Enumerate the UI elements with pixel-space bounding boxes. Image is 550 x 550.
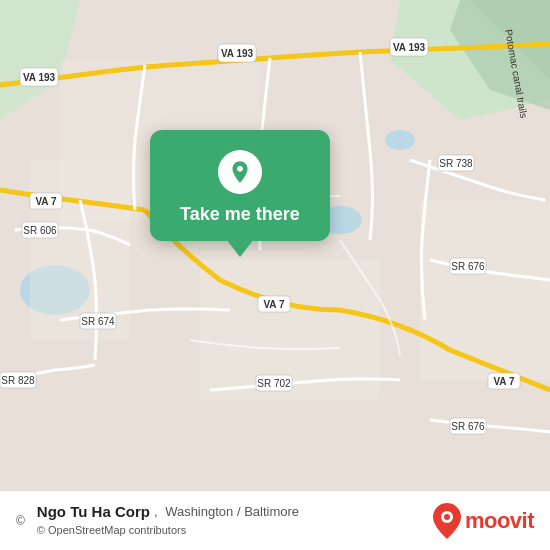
moovit-text: moovit <box>465 508 534 534</box>
location-city-name: Washington / Baltimore <box>165 504 299 519</box>
svg-text:VA 7: VA 7 <box>263 299 285 310</box>
svg-point-39 <box>237 166 242 171</box>
svg-text:SR 702: SR 702 <box>257 378 291 389</box>
svg-text:SR 606: SR 606 <box>23 225 57 236</box>
svg-text:VA 193: VA 193 <box>393 42 426 53</box>
svg-rect-11 <box>420 200 550 380</box>
svg-text:SR 674: SR 674 <box>81 316 115 327</box>
svg-text:SR 738: SR 738 <box>439 158 473 169</box>
svg-text:VA 193: VA 193 <box>221 48 254 59</box>
moovit-logo: moovit <box>433 503 534 539</box>
svg-point-7 <box>385 130 415 150</box>
bottom-bar: © Ngo Tu Ha Corp , Washington / Baltimor… <box>0 490 550 550</box>
moovit-pin-icon <box>433 503 461 539</box>
svg-text:VA 193: VA 193 <box>23 72 56 83</box>
location-city: , <box>154 504 161 519</box>
take-me-there-label: Take me there <box>180 204 300 225</box>
attribution-text: © OpenStreetMap contributors <box>37 524 186 536</box>
location-name: Ngo Tu Ha Corp <box>37 503 150 520</box>
osm-logo: © <box>16 514 25 528</box>
svg-text:VA 7: VA 7 <box>493 376 515 387</box>
map-container: VA 193 VA 193 VA 193 Potomac canal trail… <box>0 0 550 490</box>
svg-text:SR 676: SR 676 <box>451 421 485 432</box>
svg-point-41 <box>444 514 450 520</box>
svg-text:VA 7: VA 7 <box>35 196 57 207</box>
take-me-there-popup[interactable]: Take me there <box>150 130 330 241</box>
svg-text:SR 676: SR 676 <box>451 261 485 272</box>
location-pin-icon <box>218 150 262 194</box>
svg-text:SR 828: SR 828 <box>1 375 35 386</box>
